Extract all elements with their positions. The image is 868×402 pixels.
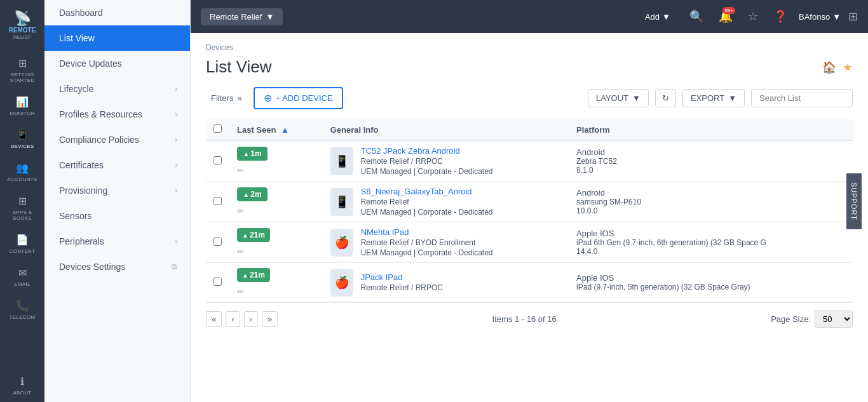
row-checkbox-2[interactable] (214, 197, 222, 205)
row-checkbox-cell (206, 222, 229, 263)
sidebar-item-sensors-label: Sensors (59, 211, 92, 221)
device-name-link-1[interactable]: TC52 JPack Zebra Android (361, 146, 460, 156)
sidebar-item-lifecycle[interactable]: Lifecycle › (44, 76, 190, 102)
sidebar-item-compliance-policies[interactable]: Compliance Policies › (44, 127, 190, 152)
last-seen-badge-1: ▲ 1m (237, 147, 268, 161)
star-button[interactable]: ★ (843, 60, 853, 74)
device-details-1: TC52 JPack Zebra Android Remote Relief /… (361, 146, 493, 176)
sidebar-item-devices-settings[interactable]: Devices Settings ⧉ (44, 254, 190, 279)
nav-devices[interactable]: 📱 DEVICES (0, 123, 44, 156)
platform-model-1: Zebra TC52 (576, 157, 845, 166)
nav-telecom[interactable]: 📞 TELECOM (0, 293, 44, 326)
refresh-button[interactable]: ↻ (655, 89, 676, 107)
row-checkbox-3[interactable] (214, 238, 222, 246)
nav-accounts[interactable]: 👥 ACCOUNTS (0, 156, 44, 189)
star-header-icon: ☆ (748, 10, 758, 23)
about-icon: ℹ (20, 375, 24, 387)
home-button[interactable]: 🏠 (822, 60, 836, 74)
platform-cell: Android samsung SM-P610 10.0.0 (569, 182, 853, 222)
sidebar-item-peripherals[interactable]: Peripherals › (44, 229, 190, 254)
favorites-button[interactable]: ☆ (744, 6, 762, 27)
row-checkbox-1[interactable] (214, 156, 222, 164)
refresh-icon: ↻ (662, 93, 669, 103)
sidebar-item-device-updates[interactable]: Device Updates (44, 51, 190, 76)
peripherals-chevron-icon: › (175, 237, 177, 246)
sidebar-item-profiles-resources[interactable]: Profiles & Resources › (44, 102, 190, 127)
compliance-chevron-icon: › (175, 135, 177, 144)
nav-email[interactable]: ✉ EMAIL (0, 260, 44, 293)
edit-icon-2[interactable]: ✏ (237, 206, 244, 216)
device-name-link-4[interactable]: JPack IPad (361, 272, 403, 282)
export-label: EXPORT (691, 93, 724, 103)
main-area: Remote Relief ▼ Add ▼ 🔍 🔔 99+ ☆ ❓ BAfons… (191, 0, 868, 402)
col-last-seen-label: Last Seen (237, 125, 276, 135)
device-name-link-2[interactable]: S6_Neeraj_GalaxyTab_Anroid (361, 187, 472, 196)
device-details-2: S6_Neeraj_GalaxyTab_Anroid Remote Relief… (361, 187, 493, 217)
nav-content[interactable]: 📄 CONTENT (0, 227, 44, 260)
platform-version-3: 14.4.0 (576, 247, 845, 256)
sidebar-item-devices-settings-label: Devices Settings (59, 262, 125, 272)
sidebar-item-profiles-label: Profiles & Resources (59, 109, 142, 119)
select-all-checkbox[interactable] (214, 124, 222, 133)
device-org-2: Remote Relief (361, 198, 493, 206)
device-name-link-3[interactable]: NMehta IPad (361, 227, 409, 237)
support-tab[interactable]: SUPPORT (846, 173, 862, 229)
help-icon: ❓ (773, 10, 787, 23)
user-menu-button[interactable]: BAfonso ▼ (799, 12, 841, 22)
col-header-platform: Platform (569, 119, 853, 140)
sidebar-item-dashboard[interactable]: Dashboard (44, 0, 190, 25)
nav-apps-books[interactable]: ⊞ APPS & BOOKS (0, 189, 44, 227)
last-seen-cell: ▲ 21m ✏ (229, 222, 323, 263)
sidebar-item-certificates[interactable]: Certificates › (44, 152, 190, 178)
platform-model-3: iPad 6th Gen (9.7-inch, 6th generation) … (576, 238, 845, 247)
edit-icon-4[interactable]: ✏ (237, 287, 244, 297)
toolbar: Filters » ⊕ + ADD DEVICE LAYOUT ▼ ↻ EXPO… (206, 87, 853, 109)
apps-books-icon: ⊞ (18, 195, 27, 207)
devices-icon: 📱 (16, 129, 29, 141)
col-header-last-seen[interactable]: Last Seen ▲ (229, 119, 323, 140)
device-enrollment-3: UEM Managed | Corporate - Dedicated (361, 248, 493, 257)
nav-accounts-label: ACCOUNTS (7, 177, 37, 182)
general-info-cell: 📱 S6_Neeraj_GalaxyTab_Anroid Remote Reli… (323, 182, 569, 222)
content-area: Devices List View 🏠 ★ Filters » ⊕ + ADD … (191, 33, 868, 402)
sidebar-item-sensors[interactable]: Sensors (44, 203, 190, 229)
platform-version-2: 10.0.0 (576, 206, 845, 215)
last-page-button[interactable]: » (262, 311, 278, 327)
nav-telecom-label: TELECOM (10, 314, 36, 320)
arrow-up-icon: ▲ (242, 272, 248, 279)
first-page-button[interactable]: « (206, 311, 222, 327)
edit-icon-3[interactable]: ✏ (237, 247, 244, 257)
prev-page-button[interactable]: ‹ (226, 311, 240, 327)
nav-getting-started[interactable]: ⊞ GETTING STARTED (0, 51, 44, 90)
edit-icon-1[interactable]: ✏ (237, 166, 244, 175)
device-org-4: Remote Relief / RRPOC (361, 283, 443, 292)
device-icon-4: 🍎 (330, 269, 353, 297)
device-icon-2: 📱 (330, 188, 353, 216)
sidebar-item-provisioning[interactable]: Provisioning › (44, 178, 190, 203)
add-device-button[interactable]: ⊕ + ADD DEVICE (254, 87, 343, 109)
next-page-button[interactable]: › (244, 311, 258, 327)
notifications-button[interactable]: 🔔 99+ (715, 6, 736, 27)
add-device-plus-icon: ⊕ (264, 92, 272, 104)
grid-button[interactable]: ⊞ (848, 10, 858, 23)
last-seen-value: 2m (250, 190, 261, 199)
row-checkbox-4[interactable] (214, 278, 222, 286)
nav-about[interactable]: ℹ ABOUT (0, 369, 44, 402)
layout-button[interactable]: LAYOUT ▼ (588, 89, 649, 107)
lifecycle-chevron-icon: › (175, 84, 177, 93)
search-button[interactable]: 🔍 (686, 6, 707, 27)
filters-label: Filters (211, 93, 233, 103)
getting-started-icon: ⊞ (18, 57, 27, 69)
add-button[interactable]: Add ▼ (637, 8, 678, 25)
nav-monitor[interactable]: 📊 MONITOR (0, 90, 44, 123)
filters-button[interactable]: Filters » (206, 90, 247, 107)
help-button[interactable]: ❓ (770, 6, 791, 27)
org-selector-button[interactable]: Remote Relief ▼ (201, 8, 283, 25)
export-button[interactable]: EXPORT ▼ (682, 89, 745, 107)
search-input[interactable] (751, 89, 853, 107)
sidebar-item-list-view[interactable]: List View (44, 25, 190, 51)
page-size-select[interactable]: 50 10 25 100 (815, 311, 853, 328)
page-title-row: List View 🏠 ★ (206, 57, 853, 77)
sidebar-item-lifecycle-label: Lifecycle (59, 84, 93, 94)
device-enrollment-2: UEM Managed | Corporate - Dedicated (361, 208, 493, 217)
